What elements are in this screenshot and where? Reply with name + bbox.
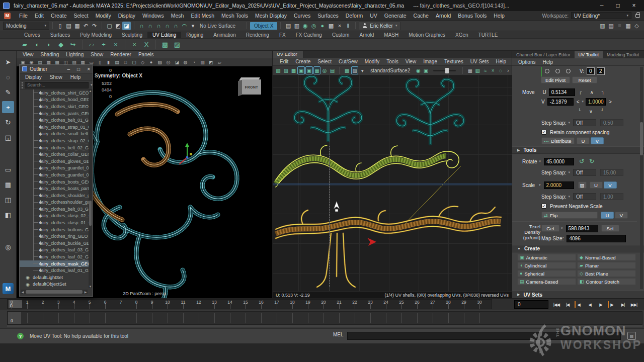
outliner-item[interactable]: ◆fairy_clothes_skirt_GEO: [20, 103, 89, 110]
shelf-tab-animation[interactable]: Animation: [208, 32, 240, 38]
save-scene-icon[interactable]: ▦: [73, 22, 82, 30]
outliner-item[interactable]: ◆fairy_clothes_leaf_03_GEO: [20, 247, 89, 254]
workspace-selector[interactable]: UV Editing* ▾: [571, 12, 631, 19]
scroll-down-icon[interactable]: ▼: [89, 285, 92, 288]
texture-caret[interactable]: ▾: [359, 66, 366, 74]
flip-u-button[interactable]: U: [601, 212, 614, 219]
live-surface-field[interactable]: No Live Surface: [197, 22, 244, 30]
search-input[interactable]: [25, 82, 89, 88]
xray-icon[interactable]: ▱: [215, 59, 224, 66]
isolate-select-icon[interactable]: ▣: [297, 66, 305, 74]
reset-pivot-button[interactable]: Reset: [572, 76, 597, 83]
uv-menu-textures[interactable]: Textures: [441, 59, 466, 64]
outliner-item[interactable]: ◆fairy_clothes_ring_GEO: [20, 233, 89, 240]
menu-edit-mesh[interactable]: Edit Mesh: [187, 13, 218, 19]
delete-uvs-icon[interactable]: ×: [110, 40, 121, 50]
scroll-left-icon[interactable]: ◀: [21, 290, 25, 294]
outliner-titlebar[interactable]: Outliner – □ ×: [20, 65, 93, 73]
nudge-down-button[interactable]: ∨: [586, 109, 596, 114]
cut-uv-icon[interactable]: ×: [129, 40, 140, 50]
step-back-frame-button[interactable]: ◀: [574, 300, 584, 309]
rotate-tool[interactable]: ↻: [2, 116, 14, 128]
construction-history-icon[interactable]: ◉: [301, 22, 309, 30]
range-slider-track[interactable]: [7, 325, 642, 327]
outliner-item[interactable]: ◆fairy_clothes_belt_02_GEO: [20, 144, 89, 151]
outliner-item[interactable]: ◆fairy_clothes_hood_GEO: [20, 97, 89, 104]
pivot-radio-2[interactable]: [555, 69, 560, 73]
snap-options-caret[interactable]: ▾: [189, 22, 197, 30]
outliner-close-icon[interactable]: ×: [87, 66, 90, 72]
uv-lattice-tool-icon[interactable]: ▦: [466, 66, 473, 74]
uv-menu-view[interactable]: View: [403, 59, 420, 64]
snap-curve-icon[interactable]: ∩: [146, 22, 154, 30]
range-start-handle[interactable]: [8, 312, 21, 324]
outliner-item[interactable]: ◆fairy_clothes_buttons_GEO: [20, 226, 89, 233]
textured-icon[interactable]: ▨: [155, 59, 164, 66]
shelf-tab-turtle[interactable]: TURTLE: [473, 32, 503, 38]
edit-pivot-button[interactable]: Edit Pivot: [541, 76, 570, 83]
outliner-menu-show[interactable]: Show: [46, 74, 66, 80]
toolkit-menu-options[interactable]: Options: [515, 59, 538, 65]
current-frame-field[interactable]: [514, 300, 548, 309]
uv-canvas[interactable]: [273, 75, 512, 291]
open-scene-icon[interactable]: ▤: [64, 22, 73, 30]
spherical-button[interactable]: ●Spherical: [517, 270, 576, 277]
menu-curves[interactable]: Curves: [290, 13, 314, 19]
uv-menu-select[interactable]: Select: [314, 59, 335, 64]
screen-space-ao-icon[interactable]: ◍: [181, 59, 190, 66]
layer-editor-toggle-icon[interactable]: ▦: [624, 22, 632, 30]
overflow-arrow[interactable]: ›: [505, 66, 512, 74]
menu-create[interactable]: Create: [47, 13, 70, 19]
filter-icon[interactable]: [22, 82, 23, 88]
tool-settings-toggle-icon[interactable]: ▤: [607, 22, 615, 30]
menu-display[interactable]: Display: [115, 13, 139, 19]
chevron-down-icon[interactable]: ▾: [91, 83, 93, 87]
outliner-item[interactable]: ◆fairy_clothes_leaf_02_GEO: [20, 253, 89, 260]
menu-generate[interactable]: Generate: [381, 13, 410, 19]
flip-button[interactable]: ⇄Flip: [541, 212, 598, 219]
channel-box-toggle-icon[interactable]: ≡: [615, 22, 624, 30]
step-forward-key-button[interactable]: ▶|: [618, 300, 628, 309]
outliner-item[interactable]: ◆fairy_clothes_small_belt_GE: [20, 131, 89, 138]
shelf-tab-poly-modeling[interactable]: Poly Modeling: [75, 32, 117, 38]
outliner-item[interactable]: ◆fairy_clothesshoulder_gaun: [20, 199, 89, 206]
pivot-radio-1[interactable]: [545, 69, 549, 73]
texel-density-field[interactable]: 598.8943: [566, 225, 598, 232]
rotate-cw-icon[interactable]: ↻: [589, 158, 594, 165]
checker-toggle-icon[interactable]: ▨: [351, 66, 359, 74]
outliner-vertical-scrollbar[interactable]: ▲ ▼: [89, 89, 92, 288]
select-hierarchy-icon[interactable]: ▢: [105, 22, 114, 30]
redo-icon[interactable]: ↷: [90, 22, 99, 30]
menu-windows[interactable]: Windows: [139, 13, 168, 19]
texel-set-button[interactable]: Set: [601, 225, 619, 232]
outliner-item[interactable]: ◆fairy_clothes_shoulder_gau: [20, 192, 89, 199]
distribute-v-button[interactable]: V: [591, 137, 604, 144]
outliner-item[interactable]: ◆fairy_clothes_mask_GEO: [20, 260, 89, 267]
outliner-item[interactable]: ◆fairy_clothes_buckle_GEO: [20, 240, 89, 247]
output-connections-icon[interactable]: ▥: [292, 22, 301, 30]
minimize-button[interactable]: –: [595, 1, 609, 10]
close-button[interactable]: ×: [627, 1, 641, 10]
render-settings-icon[interactable]: ▩: [327, 22, 335, 30]
move-tool[interactable]: +: [2, 101, 14, 113]
maximize-button[interactable]: □: [611, 1, 625, 10]
flip-v-button[interactable]: V: [615, 212, 628, 219]
menu-bonus-tools[interactable]: Bonus Tools: [454, 13, 490, 19]
motion-blur-icon[interactable]: ◔: [190, 59, 198, 66]
uv-menu-help[interactable]: Help: [493, 59, 509, 64]
lasso-tool[interactable]: ◌: [2, 71, 14, 83]
uv-menu-tools[interactable]: Tools: [383, 59, 401, 64]
pixel-snap-icon[interactable]: ◎: [321, 66, 328, 74]
scale-value-field[interactable]: 2.0000: [544, 182, 574, 189]
scale-options-icon[interactable]: ▨: [578, 182, 587, 189]
menu-set-selector[interactable]: Modeling ▾: [3, 22, 49, 30]
snap-point-icon[interactable]: ∩: [154, 22, 163, 30]
menu-mesh-tools[interactable]: Mesh Tools: [218, 13, 252, 19]
go-to-end-button[interactable]: ▶▶|: [629, 300, 639, 309]
texel-get-button[interactable]: Get: [541, 225, 559, 232]
cut-tool-icon[interactable]: ×: [490, 66, 497, 74]
step-back-key-button[interactable]: |◀: [562, 300, 573, 309]
view-cube[interactable]: FRONT: [238, 77, 261, 96]
outliner-menu-help[interactable]: Help: [67, 74, 85, 80]
scale-tool[interactable]: ◱: [2, 131, 14, 143]
